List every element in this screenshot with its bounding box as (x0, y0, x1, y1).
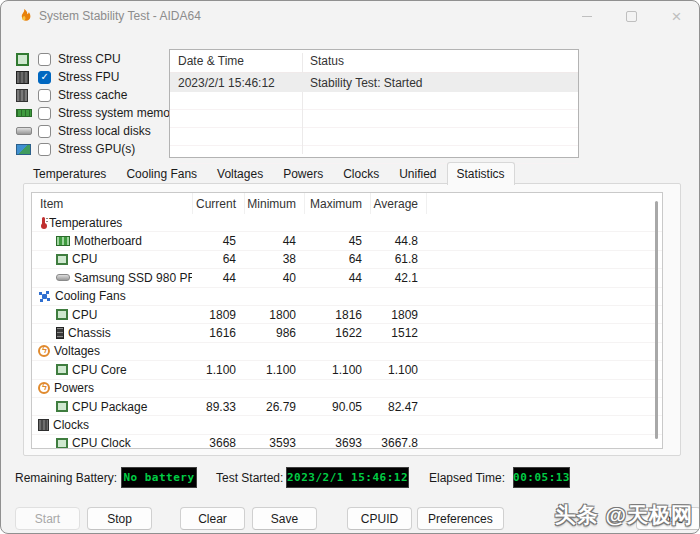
close-window-button[interactable] (654, 1, 699, 31)
chip-green-icon (56, 364, 68, 375)
stats-item-label: CPU Core (72, 363, 127, 377)
column-header-average[interactable]: Average (370, 193, 426, 214)
stats-maximum-value: 1816 (304, 308, 370, 322)
cpuid-button[interactable]: CPUID (347, 507, 412, 530)
maximize-button[interactable] (609, 1, 654, 31)
clear-button[interactable]: Clear (180, 507, 245, 530)
remaining-battery-label: Remaining Battery: (15, 467, 117, 489)
stats-current-value: 89.33 (192, 400, 244, 414)
stats-minimum-value: 986 (244, 326, 304, 340)
log-empty-row (170, 92, 578, 110)
save-button[interactable]: Save (252, 507, 317, 530)
chip-green-icon (56, 438, 68, 449)
row-temperatures[interactable]: Temperatures (32, 214, 662, 232)
checkbox[interactable] (38, 89, 51, 102)
checkbox[interactable] (38, 71, 51, 84)
column-header-current[interactable]: Current (192, 193, 244, 214)
stop-button[interactable]: Stop (87, 507, 152, 530)
stats-average-value: 82.47 (370, 400, 426, 414)
button-label: CPUID (361, 512, 398, 526)
column-header-maximum[interactable]: Maximum (304, 193, 370, 214)
tab-label: Unified (399, 167, 436, 181)
stats-current-value: 3668 (192, 436, 244, 449)
button-label: Clear (198, 512, 227, 526)
column-header-filler (426, 193, 662, 214)
row-samsung-ssd-980-pr[interactable]: Samsung SSD 980 PR... 44 40 44 42.1 (32, 269, 662, 287)
stats-minimum-value: 44 (244, 234, 304, 248)
preferences-button[interactable]: Preferences (417, 507, 504, 530)
tab-clocks[interactable]: Clocks (333, 163, 389, 184)
tab-voltages[interactable]: Voltages (207, 163, 273, 184)
column-header-item[interactable]: Item (32, 193, 192, 214)
statistics-header: Item Current Minimum Maximum Average (32, 193, 662, 214)
gpu-icon (16, 144, 31, 155)
stats-average-value: 3667.8 (370, 436, 426, 449)
log-header: Date & Time Status (170, 50, 578, 73)
elapsed-time-display: 00:05:13 (513, 467, 570, 488)
stress-option-label: Stress cache (58, 88, 127, 102)
stress-option-label: Stress FPU (58, 70, 119, 84)
stress-option-label: Stress GPU(s) (58, 142, 135, 156)
row-cpu[interactable]: CPU 64 38 64 61.8 (32, 251, 662, 269)
row-cpu-clock[interactable]: CPU Clock 3668 3593 3693 3667.8 (32, 435, 662, 449)
stats-maximum-value: 44 (304, 271, 370, 285)
stats-current-value: 45 (192, 234, 244, 248)
stats-item-label: Chassis (68, 326, 111, 340)
row-motherboard[interactable]: Motherboard 45 44 45 44.8 (32, 232, 662, 250)
stress-cache-option[interactable]: Stress cache (16, 86, 180, 104)
chip-dark-icon (38, 419, 49, 431)
stats-average-value: 44.8 (370, 234, 426, 248)
checkbox[interactable] (38, 125, 51, 138)
titlebar: System Stability Test - AIDA64 (1, 1, 699, 31)
stress-option-label: Stress system memory (58, 106, 180, 120)
stats-item-label: Voltages (54, 344, 100, 358)
tab-cooling-fans[interactable]: Cooling Fans (116, 163, 207, 184)
vertical-scrollbar[interactable] (655, 201, 658, 439)
minimize-button[interactable] (564, 1, 609, 31)
stress-system-memory-option[interactable]: Stress system memory (16, 104, 180, 122)
stats-item-label: Powers (54, 381, 94, 395)
stats-item-label: CPU Clock (72, 436, 131, 449)
stats-minimum-value: 3593 (244, 436, 304, 449)
fan-icon (38, 290, 51, 303)
window-controls (564, 1, 699, 31)
row-clocks[interactable]: Clocks (32, 416, 662, 434)
log-empty-row (170, 110, 578, 128)
disk-icon (56, 274, 70, 281)
row-cpu-package[interactable]: CPU Package 89.33 26.79 90.05 82.47 (32, 398, 662, 416)
tab-unified[interactable]: Unified (389, 163, 446, 184)
checkbox[interactable] (38, 53, 51, 66)
checkbox[interactable] (38, 143, 51, 156)
checkbox[interactable] (38, 107, 51, 120)
log-column-divider (302, 53, 303, 154)
row-powers[interactable]: Powers (32, 380, 662, 398)
start-button[interactable]: Start (15, 507, 80, 530)
tab-powers[interactable]: Powers (273, 163, 333, 184)
window-title: System Stability Test - AIDA64 (39, 1, 201, 31)
cpu-icon (16, 53, 29, 66)
stats-maximum-value: 1622 (304, 326, 370, 340)
chip-green-icon (56, 309, 68, 320)
row-cooling-fans[interactable]: Cooling Fans (32, 288, 662, 306)
stress-local-disks-option[interactable]: Stress local disks (16, 122, 180, 140)
log-row[interactable]: 2023/2/1 15:46:12 Stability Test: Starte… (170, 73, 578, 92)
tab-statistics[interactable]: Statistics (447, 162, 515, 185)
bolt-icon (38, 382, 50, 394)
thermo-icon (42, 217, 45, 227)
chip-green-icon (56, 254, 68, 265)
stress-gpu-s-option[interactable]: Stress GPU(s) (16, 140, 180, 158)
row-chassis[interactable]: Chassis 1616 986 1622 1512 (32, 324, 662, 342)
tab-bar: Temperatures Cooling Fans Voltages Power… (23, 162, 515, 184)
stress-cpu-option[interactable]: Stress CPU (16, 50, 180, 68)
stats-minimum-value: 26.79 (244, 400, 304, 414)
stability-test-window: System Stability Test - AIDA64 Stress CP… (0, 0, 700, 534)
row-cpu-core[interactable]: CPU Core 1.100 1.100 1.100 1.100 (32, 361, 662, 379)
stats-current-value: 1.100 (192, 363, 244, 377)
column-header-minimum[interactable]: Minimum (244, 193, 304, 214)
row-cpu[interactable]: CPU 1809 1800 1816 1809 (32, 306, 662, 324)
stats-average-value: 1.100 (370, 363, 426, 377)
watermark: 头条 @天极网 (555, 501, 693, 529)
stress-fpu-option[interactable]: Stress FPU (16, 68, 180, 86)
tab-temperatures[interactable]: Temperatures (23, 163, 116, 184)
row-voltages[interactable]: Voltages (32, 343, 662, 361)
